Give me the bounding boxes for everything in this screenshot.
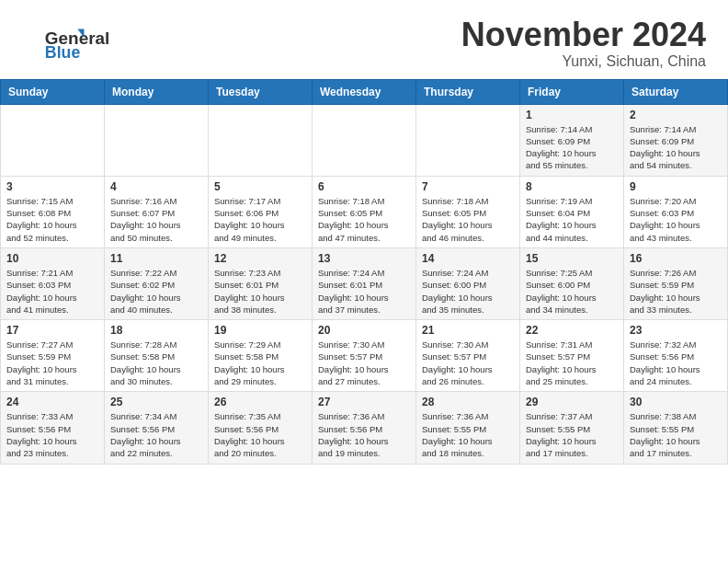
day-info: Sunrise: 7:30 AM Sunset: 5:57 PM Dayligh… <box>422 339 514 387</box>
week-row-3: 10Sunrise: 7:21 AM Sunset: 6:03 PM Dayli… <box>1 247 728 319</box>
day-cell: 13Sunrise: 7:24 AM Sunset: 6:01 PM Dayli… <box>313 247 416 319</box>
day-info: Sunrise: 7:19 AM Sunset: 6:04 PM Dayligh… <box>526 195 618 244</box>
day-cell: 7Sunrise: 7:18 AM Sunset: 6:05 PM Daylig… <box>416 176 520 247</box>
day-cell <box>313 104 416 176</box>
day-info: Sunrise: 7:35 AM Sunset: 5:56 PM Dayligh… <box>214 410 306 459</box>
day-info: Sunrise: 7:27 AM Sunset: 5:59 PM Dayligh… <box>6 339 98 387</box>
day-info: Sunrise: 7:29 AM Sunset: 5:58 PM Dayligh… <box>214 339 306 387</box>
day-info: Sunrise: 7:18 AM Sunset: 6:05 PM Dayligh… <box>422 195 514 244</box>
weekday-friday: Friday <box>520 79 624 104</box>
day-cell <box>105 104 209 176</box>
day-number: 24 <box>6 396 98 408</box>
weekday-header-row: SundayMondayTuesdayWednesdayThursdayFrid… <box>1 79 728 104</box>
day-cell: 26Sunrise: 7:35 AM Sunset: 5:56 PM Dayli… <box>209 392 313 464</box>
day-number: 22 <box>526 324 618 337</box>
day-info: Sunrise: 7:21 AM Sunset: 6:03 PM Dayligh… <box>6 267 98 316</box>
day-info: Sunrise: 7:25 AM Sunset: 6:00 PM Dayligh… <box>526 267 618 316</box>
day-number: 23 <box>630 324 722 337</box>
day-info: Sunrise: 7:31 AM Sunset: 5:57 PM Dayligh… <box>526 339 618 387</box>
day-cell: 10Sunrise: 7:21 AM Sunset: 6:03 PM Dayli… <box>1 247 105 319</box>
day-cell: 25Sunrise: 7:34 AM Sunset: 5:56 PM Dayli… <box>105 392 209 464</box>
day-info: Sunrise: 7:30 AM Sunset: 5:57 PM Dayligh… <box>318 339 410 387</box>
weekday-thursday: Thursday <box>416 79 520 104</box>
day-number: 18 <box>110 324 202 337</box>
day-info: Sunrise: 7:36 AM Sunset: 5:56 PM Dayligh… <box>318 410 410 459</box>
day-cell <box>209 104 313 176</box>
day-info: Sunrise: 7:17 AM Sunset: 6:06 PM Dayligh… <box>214 195 306 244</box>
day-info: Sunrise: 7:24 AM Sunset: 6:00 PM Dayligh… <box>422 267 514 316</box>
day-number: 20 <box>318 324 410 337</box>
day-number: 3 <box>6 180 98 193</box>
day-cell: 12Sunrise: 7:23 AM Sunset: 6:01 PM Dayli… <box>209 247 313 319</box>
day-cell: 2Sunrise: 7:14 AM Sunset: 6:09 PM Daylig… <box>624 104 728 176</box>
day-cell: 19Sunrise: 7:29 AM Sunset: 5:58 PM Dayli… <box>209 320 313 392</box>
weekday-wednesday: Wednesday <box>313 79 416 104</box>
day-number: 7 <box>422 180 514 193</box>
day-cell: 5Sunrise: 7:17 AM Sunset: 6:06 PM Daylig… <box>209 176 313 247</box>
day-cell: 16Sunrise: 7:26 AM Sunset: 5:59 PM Dayli… <box>624 247 728 319</box>
day-cell: 11Sunrise: 7:22 AM Sunset: 6:02 PM Dayli… <box>105 247 209 319</box>
day-info: Sunrise: 7:15 AM Sunset: 6:08 PM Dayligh… <box>6 195 98 244</box>
day-number: 8 <box>526 180 618 193</box>
header: General Blue November 2024 Yunxi, Sichua… <box>0 0 728 79</box>
weekday-monday: Monday <box>105 79 209 104</box>
day-number: 10 <box>6 252 98 265</box>
day-number: 14 <box>422 252 514 265</box>
week-row-5: 24Sunrise: 7:33 AM Sunset: 5:56 PM Dayli… <box>1 392 728 464</box>
weekday-saturday: Saturday <box>624 79 728 104</box>
day-cell: 29Sunrise: 7:37 AM Sunset: 5:55 PM Dayli… <box>520 392 624 464</box>
day-cell: 27Sunrise: 7:36 AM Sunset: 5:56 PM Dayli… <box>313 392 416 464</box>
month-title: November 2024 <box>461 17 706 53</box>
day-number: 28 <box>422 396 514 408</box>
day-cell: 30Sunrise: 7:38 AM Sunset: 5:55 PM Dayli… <box>624 392 728 464</box>
calendar: SundayMondayTuesdayWednesdayThursdayFrid… <box>0 79 728 465</box>
day-info: Sunrise: 7:18 AM Sunset: 6:05 PM Dayligh… <box>318 195 410 244</box>
day-cell: 20Sunrise: 7:30 AM Sunset: 5:57 PM Dayli… <box>313 320 416 392</box>
day-info: Sunrise: 7:32 AM Sunset: 5:56 PM Dayligh… <box>630 339 722 387</box>
day-cell: 24Sunrise: 7:33 AM Sunset: 5:56 PM Dayli… <box>1 392 105 464</box>
day-number: 17 <box>6 324 98 337</box>
day-number: 16 <box>630 252 722 265</box>
day-number: 1 <box>526 109 618 121</box>
day-info: Sunrise: 7:23 AM Sunset: 6:01 PM Dayligh… <box>214 267 306 316</box>
day-info: Sunrise: 7:14 AM Sunset: 6:09 PM Dayligh… <box>630 123 722 172</box>
week-row-2: 3Sunrise: 7:15 AM Sunset: 6:08 PM Daylig… <box>1 176 728 247</box>
day-number: 29 <box>526 396 618 408</box>
day-number: 25 <box>110 396 202 408</box>
day-info: Sunrise: 7:20 AM Sunset: 6:03 PM Dayligh… <box>630 195 722 244</box>
svg-text:Blue: Blue <box>45 43 81 62</box>
day-cell: 22Sunrise: 7:31 AM Sunset: 5:57 PM Dayli… <box>520 320 624 392</box>
day-info: Sunrise: 7:14 AM Sunset: 6:09 PM Dayligh… <box>526 123 618 172</box>
day-info: Sunrise: 7:22 AM Sunset: 6:02 PM Dayligh… <box>110 267 202 316</box>
day-cell <box>1 104 105 176</box>
day-info: Sunrise: 7:16 AM Sunset: 6:07 PM Dayligh… <box>110 195 202 244</box>
day-info: Sunrise: 7:28 AM Sunset: 5:58 PM Dayligh… <box>110 339 202 387</box>
day-cell: 8Sunrise: 7:19 AM Sunset: 6:04 PM Daylig… <box>520 176 624 247</box>
day-info: Sunrise: 7:37 AM Sunset: 5:55 PM Dayligh… <box>526 410 618 459</box>
day-number: 5 <box>214 180 306 193</box>
day-info: Sunrise: 7:36 AM Sunset: 5:55 PM Dayligh… <box>422 410 514 459</box>
day-number: 30 <box>630 396 722 408</box>
day-cell: 18Sunrise: 7:28 AM Sunset: 5:58 PM Dayli… <box>105 320 209 392</box>
day-info: Sunrise: 7:34 AM Sunset: 5:56 PM Dayligh… <box>110 410 202 459</box>
week-row-1: 1Sunrise: 7:14 AM Sunset: 6:09 PM Daylig… <box>1 104 728 176</box>
day-number: 21 <box>422 324 514 337</box>
day-number: 6 <box>318 180 410 193</box>
day-number: 12 <box>214 252 306 265</box>
day-info: Sunrise: 7:26 AM Sunset: 5:59 PM Dayligh… <box>630 267 722 316</box>
day-cell: 23Sunrise: 7:32 AM Sunset: 5:56 PM Dayli… <box>624 320 728 392</box>
day-cell: 9Sunrise: 7:20 AM Sunset: 6:03 PM Daylig… <box>624 176 728 247</box>
day-cell: 4Sunrise: 7:16 AM Sunset: 6:07 PM Daylig… <box>105 176 209 247</box>
day-info: Sunrise: 7:24 AM Sunset: 6:01 PM Dayligh… <box>318 267 410 316</box>
day-cell: 6Sunrise: 7:18 AM Sunset: 6:05 PM Daylig… <box>313 176 416 247</box>
week-row-4: 17Sunrise: 7:27 AM Sunset: 5:59 PM Dayli… <box>1 320 728 392</box>
day-number: 19 <box>214 324 306 337</box>
day-cell: 17Sunrise: 7:27 AM Sunset: 5:59 PM Dayli… <box>1 320 105 392</box>
day-number: 2 <box>630 109 722 121</box>
day-cell: 21Sunrise: 7:30 AM Sunset: 5:57 PM Dayli… <box>416 320 520 392</box>
day-cell <box>416 104 520 176</box>
page-container: General Blue November 2024 Yunxi, Sichua… <box>0 0 728 465</box>
weekday-sunday: Sunday <box>1 79 105 104</box>
day-number: 9 <box>630 180 722 193</box>
day-number: 26 <box>214 396 306 408</box>
